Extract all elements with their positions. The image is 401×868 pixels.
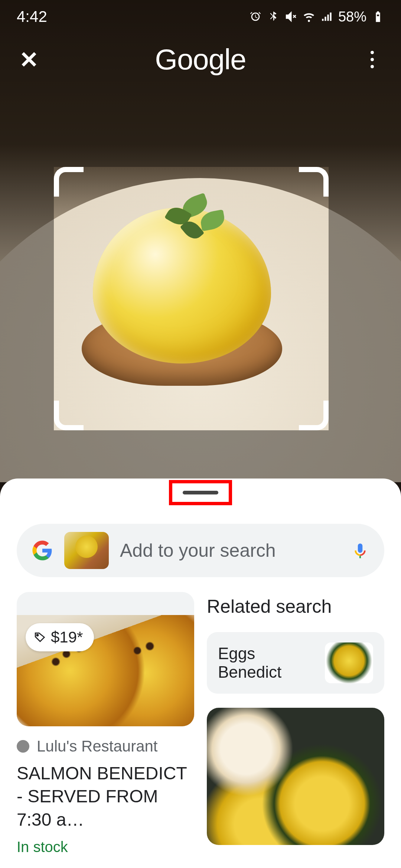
signal-icon [320, 10, 333, 23]
tag-icon [34, 631, 46, 644]
status-time: 4:42 [17, 8, 47, 26]
price-text: $19* [51, 628, 83, 646]
svg-rect-0 [376, 16, 380, 22]
google-g-icon [32, 540, 53, 561]
more-button[interactable] [362, 49, 382, 70]
related-chip[interactable]: Eggs Benedict [207, 632, 384, 694]
chip-thumbnail [325, 642, 373, 683]
crop-handle-tl[interactable] [54, 167, 84, 197]
source-favicon [17, 740, 29, 753]
svg-point-1 [37, 634, 38, 636]
visual-match-card[interactable] [207, 708, 384, 845]
drag-handle-highlight [169, 480, 232, 505]
search-thumbnail [64, 532, 109, 569]
stock-status: In stock [17, 839, 194, 855]
status-icons: 58% [249, 9, 384, 25]
header: Google [0, 37, 401, 82]
dim-overlay [0, 430, 401, 482]
more-icon [371, 51, 374, 68]
crop-frame[interactable] [54, 167, 329, 430]
drag-handle[interactable] [183, 491, 218, 494]
mic-icon[interactable] [351, 541, 369, 560]
results-col-right: Related search Eggs Benedict [207, 592, 384, 855]
crop-handle-bl[interactable] [54, 401, 84, 430]
product-title[interactable]: SALMON BENEDICT - SERVED FROM 7:30 a… [17, 762, 194, 831]
alarm-icon [249, 10, 262, 23]
product-source: Lulu's Restaurant [17, 737, 194, 755]
search-bar[interactable]: Add to your search [17, 524, 384, 577]
status-bar: 4:42 58% [0, 0, 401, 33]
product-card[interactable]: $19* [17, 592, 194, 726]
search-placeholder: Add to your search [120, 540, 340, 561]
dim-overlay [0, 167, 54, 430]
results-sheet: Add to your search $19* Lulu's Restauran… [0, 479, 401, 868]
close-button[interactable] [19, 49, 39, 70]
results-col-left: $19* Lulu's Restaurant SALMON BENEDICT -… [17, 592, 194, 855]
close-icon [20, 50, 38, 69]
price-chip: $19* [26, 623, 94, 651]
crop-handle-br[interactable] [299, 401, 329, 430]
battery-text: 58% [338, 9, 366, 25]
related-heading: Related search [207, 596, 384, 617]
crop-handle-tr[interactable] [299, 167, 329, 197]
source-name: Lulu's Restaurant [37, 737, 158, 755]
dim-overlay [329, 167, 401, 430]
bluetooth-icon [267, 10, 280, 23]
wifi-icon [303, 10, 315, 23]
mute-icon [285, 10, 297, 23]
battery-icon [372, 10, 384, 23]
results-grid: $19* Lulu's Restaurant SALMON BENEDICT -… [0, 592, 401, 855]
google-logo: Google [155, 43, 246, 76]
chip-label: Eggs Benedict [218, 644, 317, 681]
